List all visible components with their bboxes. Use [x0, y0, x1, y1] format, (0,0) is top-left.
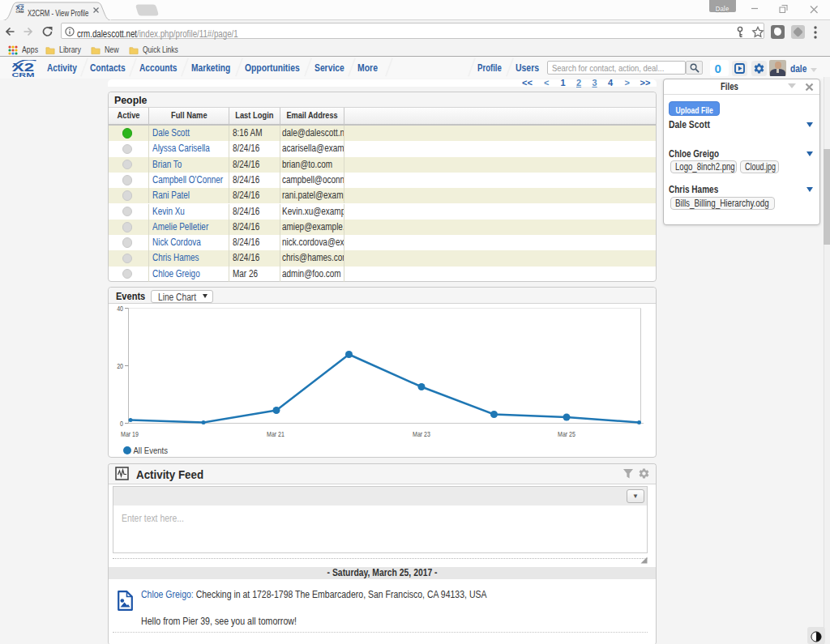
svg-text:Mar 21: Mar 21: [267, 430, 285, 438]
svg-text:CRM: CRM: [16, 11, 24, 14]
svg-text:20: 20: [117, 362, 123, 370]
svg-text:Mar 25: Mar 25: [558, 430, 575, 438]
svg-text:Mar 23: Mar 23: [413, 430, 430, 438]
svg-text:CRM: CRM: [12, 71, 35, 78]
svg-text:0: 0: [120, 420, 123, 428]
svg-text:40: 40: [117, 305, 123, 313]
svg-text:Mar 19: Mar 19: [121, 430, 139, 438]
svg-text:All Events: All Events: [134, 446, 169, 455]
